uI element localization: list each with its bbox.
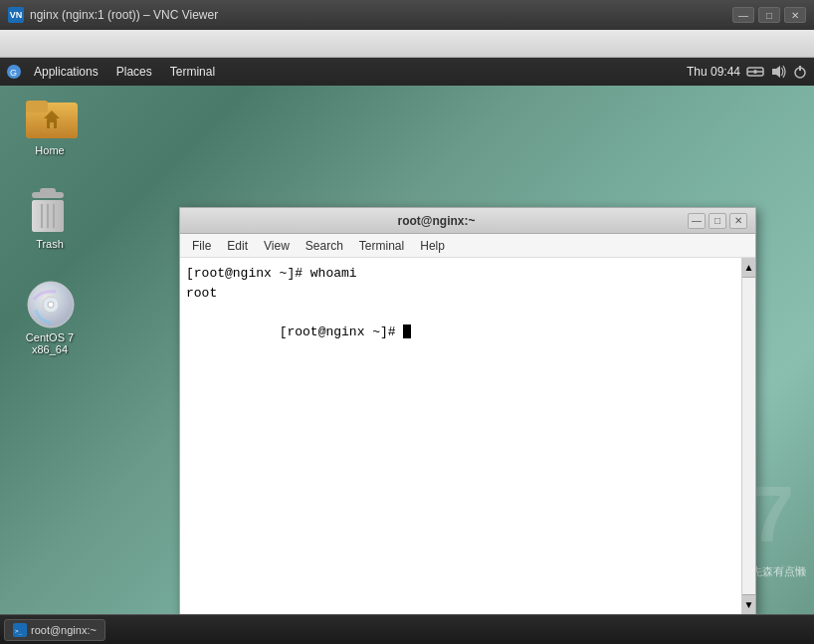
panel-apps-menu: G Applications Places Terminal	[6, 63, 223, 81]
trash-icon	[26, 186, 74, 234]
home-folder-icon	[26, 93, 74, 140]
terminal-window[interactable]: root@nginx:~ — □ ✕ File Edit View Search…	[179, 207, 756, 614]
terminal-menu-terminal[interactable]: Terminal	[351, 237, 412, 255]
svg-point-3	[753, 70, 757, 74]
terminal-menu-edit[interactable]: Edit	[219, 237, 256, 255]
desktop: G Applications Places Terminal Thu 09:44	[0, 58, 814, 614]
desktop-icon-centos[interactable]: CentOS 7 x86_64	[10, 280, 90, 355]
vnc-app-icon: VN	[8, 7, 24, 23]
vnc-outer-window: VN nginx (nginx:1 (root)) – VNC Viewer —…	[0, 0, 814, 644]
terminal-menu-search[interactable]: Search	[298, 237, 351, 255]
centos-icon-label: CentOS 7 x86_64	[10, 331, 90, 355]
folder-svg	[26, 93, 78, 138]
trash-icon-label: Trash	[36, 238, 64, 250]
terminal-maximize-button[interactable]: □	[709, 213, 726, 229]
panel-clock: Thu 09:44	[687, 65, 740, 79]
os-watermark-number: 7	[750, 475, 795, 554]
svg-marker-6	[772, 66, 780, 78]
vnc-window-title: nginx (nginx:1 (root)) – VNC Viewer	[30, 8, 732, 22]
svg-point-25	[48, 302, 54, 308]
terminal-cursor	[403, 324, 411, 338]
cd-icon	[26, 280, 74, 327]
desktop-icon-home[interactable]: Home	[10, 93, 90, 156]
panel-terminal-menu[interactable]: Terminal	[162, 63, 223, 81]
terminal-minimize-button[interactable]: —	[688, 213, 706, 229]
scrollbar-down-button[interactable]: ▼	[742, 594, 755, 614]
scrollbar-up-button[interactable]: ▲	[742, 258, 755, 278]
vnc-minimize-button[interactable]: —	[732, 7, 754, 23]
taskbar: >_ root@nginx:~	[0, 614, 814, 644]
terminal-body-container: [root@nginx ~]# whoami root [root@nginx …	[180, 258, 755, 614]
svg-rect-11	[26, 101, 48, 112]
panel-right: Thu 09:44	[687, 64, 808, 80]
svg-rect-16	[40, 188, 56, 194]
vnc-titlebar: VN nginx (nginx:1 (root)) – VNC Viewer —…	[0, 0, 814, 30]
gnome-foot-icon: G	[6, 64, 22, 80]
terminal-menubar: File Edit View Search Terminal Help	[180, 234, 755, 258]
terminal-menu-view[interactable]: View	[256, 237, 298, 255]
terminal-line-2: root	[186, 284, 735, 304]
svg-text:G: G	[10, 68, 17, 78]
power-icon	[792, 64, 808, 80]
terminal-line-3: [root@nginx ~]#	[186, 303, 735, 361]
vnc-toolbar	[0, 30, 814, 58]
svg-text:>_: >_	[15, 627, 23, 635]
svg-rect-14	[50, 122, 54, 128]
desktop-icons-container: Home	[10, 93, 90, 355]
terminal-body[interactable]: [root@nginx ~]# whoami root [root@nginx …	[180, 258, 741, 614]
taskbar-item-label: root@nginx:~	[31, 624, 97, 636]
vnc-titlebar-controls: — □ ✕	[732, 7, 806, 23]
trash-svg	[26, 186, 70, 238]
home-icon-label: Home	[35, 144, 64, 156]
terminal-line-1: [root@nginx ~]# whoami	[186, 264, 735, 284]
vnc-maximize-button[interactable]: □	[758, 7, 780, 23]
terminal-menu-file[interactable]: File	[184, 237, 219, 255]
scrollbar-track	[742, 278, 755, 594]
terminal-scrollbar[interactable]: ▲ ▼	[741, 258, 755, 614]
desktop-icon-trash[interactable]: Trash	[10, 186, 90, 250]
top-panel: G Applications Places Terminal Thu 09:44	[0, 58, 814, 86]
terminal-close-button[interactable]: ✕	[729, 213, 747, 229]
taskbar-terminal-icon: >_	[13, 623, 27, 637]
terminal-title: root@nginx:~	[188, 214, 685, 228]
terminal-menu-help[interactable]: Help	[412, 237, 453, 255]
network-icon	[746, 64, 764, 80]
cd-svg	[26, 280, 76, 329]
taskbar-terminal-item[interactable]: >_ root@nginx:~	[4, 619, 105, 641]
terminal-titlebar: root@nginx:~ — □ ✕	[180, 208, 755, 234]
volume-icon	[770, 64, 786, 80]
panel-applications-menu[interactable]: Applications	[26, 63, 106, 81]
panel-places-menu[interactable]: Places	[108, 63, 160, 81]
terminal-taskbar-icon: >_	[14, 625, 26, 635]
vnc-close-button[interactable]: ✕	[784, 7, 806, 23]
